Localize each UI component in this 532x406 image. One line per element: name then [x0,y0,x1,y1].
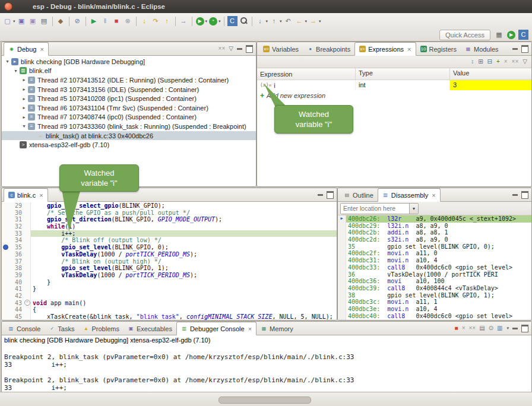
code-text[interactable]: vTaskDelay(1000 / portTICK_PERIOD_MS); [31,272,337,279]
tree-expand-icon[interactable]: ▸ [21,105,27,110]
debug-tree-item[interactable]: →blink_task() at blink.c:33 0x400dbc26 [2,131,256,141]
code-text[interactable]: gpio_set_level(BLINK_GPIO, 0); [31,244,337,251]
fold-column[interactable] [24,293,31,300]
step-into-icon[interactable]: ↓ [139,16,150,26]
tree-expand-icon[interactable]: ▾ [4,59,11,64]
disassembly-row[interactable]: 400dbc2f: movi.n a11, 0 [338,250,531,257]
code-text[interactable]: /* Blink off (output low) */ [31,237,337,244]
disconnect-icon[interactable]: ⊗ [122,16,134,26]
editor-annotation-ruler[interactable] [2,251,10,258]
debug-tree-item[interactable]: ▾▥blink.elf [2,66,256,76]
code-text[interactable]: gpio_set_direction(BLINK_GPIO, GPIO_MODE… [31,216,337,223]
tab-problems[interactable]: ▲Problems [78,322,123,335]
code-editor[interactable]: 29 gpio_pad_select_gpio(BLINK_GPIO);30 /… [2,202,337,320]
editor-annotation-ruler[interactable] [2,202,10,210]
editor-annotation-ruler[interactable] [2,313,10,320]
collapse-all-icon[interactable]: ⊟ [487,59,492,65]
editor-annotation-ruler[interactable] [2,279,10,286]
debug-icon-dropdown[interactable]: ▾ [218,19,221,24]
expression-row[interactable]: (x)=i int 3 [257,80,531,90]
code-text[interactable]: /* Set the GPIO as a push/pull output */ [31,210,337,217]
close-tab-icon[interactable]: × [407,46,411,53]
build-icon[interactable]: ◆ [55,16,66,26]
tree-expand-icon[interactable]: ▸ [21,96,27,102]
print-icon[interactable]: ▤ [39,16,50,26]
disassembly-row[interactable]: 400dbc33: call8 0x400dc6c0 <gpio_set_lev… [338,264,531,271]
editor-annotation-ruler[interactable] [2,230,10,237]
tab-blink-c[interactable]: cblink.c× [4,188,48,202]
horizontal-scrollbar-thumb[interactable] [218,397,311,404]
editor-annotation-ruler[interactable] [2,293,10,300]
editor-annotation-ruler[interactable] [2,286,10,293]
tab-registers[interactable]: 10Registers [416,43,461,55]
tab-console[interactable]: ▥Console [4,322,45,335]
fold-column[interactable] [24,306,31,313]
resume-icon[interactable]: ▶ [88,16,100,26]
clear-console-icon[interactable]: ▤ [479,325,484,331]
debug-tree-item[interactable]: ▸≡Thread #5 1073410208 (ipc1) (Suspended… [2,94,256,103]
add-expression-row[interactable]: +Add new expression [257,90,531,100]
editor-annotation-ruler[interactable] [2,272,10,279]
code-text[interactable]: while(1) [31,223,337,230]
editor-annotation-ruler[interactable] [2,237,10,244]
previous-annotation-icon-dropdown[interactable]: ▾ [280,19,282,24]
debug-perspective-icon[interactable]: ▶ [507,31,515,39]
back-icon[interactable]: ←▾ [294,16,308,26]
minimize-icon[interactable] [512,48,518,50]
window-close-button[interactable] [4,2,12,11]
pin-console-icon[interactable]: ⊙ [489,325,493,331]
editor-annotation-ruler[interactable] [2,223,10,230]
close-tab-icon[interactable]: × [432,192,435,199]
code-text[interactable]: i++; [31,230,337,237]
maximize-icon[interactable] [521,191,528,199]
code-text[interactable]: } [31,286,337,293]
code-text[interactable]: gpio_set_level(BLINK_GPIO, 1); [31,265,337,272]
tree-expand-icon[interactable]: ▸ [21,115,27,120]
tree-expand-icon[interactable]: ▾ [12,68,19,74]
debug-tree-item[interactable]: >xtensa-esp32-elf-gdb (7.10) [2,140,256,150]
minimize-icon[interactable] [512,194,518,196]
tab-expressions[interactable]: x=Expressions× [354,42,416,56]
disassembly-row[interactable]: 400dbc2b: addi.n a8, a8, 1 [338,229,531,236]
maximize-icon[interactable] [521,325,528,332]
fold-column[interactable] [24,272,31,279]
location-input[interactable] [341,204,409,214]
open-console-icon[interactable]: ▥ [497,325,502,331]
tab-debug[interactable]: ◉Debug× [4,42,49,56]
fold-column[interactable] [24,230,31,237]
debug-tree-item[interactable]: ▸≡Thread #2 1073413512 (IDLE : Running) … [2,75,256,85]
code-text[interactable]: { [31,306,337,313]
remove-expression-icon[interactable]: × [504,59,508,65]
forward-icon[interactable]: →▾ [308,16,322,26]
terminate-console-icon[interactable]: ■ [455,325,458,331]
disassembly-row[interactable]: ▶400dbc26: l32r a9, 0x400d045c <_stext+1… [338,215,531,223]
close-tab-icon[interactable]: × [248,325,252,332]
editor-annotation-ruler[interactable] [2,210,10,217]
disassembly-row[interactable]: 400dbc2d: s32i.n a8, a9, 0 [338,236,531,243]
tab-tasks[interactable]: ✓Tasks [45,322,78,335]
save-all-icon[interactable]: ▣ [27,16,39,26]
remove-all-terminated-icon[interactable]: ×× [218,46,226,52]
debug-tree-item[interactable]: ▸≡Thread #6 1073431104 (Tmr Svc) (Suspen… [2,103,256,113]
suspend-icon[interactable]: ‖ [100,16,111,26]
minimize-icon[interactable] [237,48,242,50]
close-tab-icon[interactable]: × [40,46,43,53]
disassembly-row[interactable]: 38 gpio_set_level(BLINK_GPIO, 1); [338,292,531,299]
back-icon-dropdown[interactable]: ▾ [305,19,308,24]
editor-annotation-ruler[interactable] [2,306,10,313]
tab-variables[interactable]: x=Variables [259,43,303,55]
column-expression[interactable]: Expression [257,68,356,80]
maximize-icon[interactable] [327,191,334,199]
disassembly-row[interactable]: 400dbc3e: movi.n a10, 4 [338,306,531,313]
add-expression-icon[interactable]: + [496,59,500,65]
editor-annotation-ruler[interactable] [2,300,10,307]
previous-annotation-icon[interactable]: ↑▾ [268,16,283,26]
disassembly-row[interactable]: 400dbc3c: movi.n a11, 1 [338,299,531,306]
code-text[interactable]: xTaskCreate(&blink_task, "blink_task", c… [31,313,337,320]
disassembly-row[interactable]: 400dbc29: l32i.n a8, a9, 0 [338,223,531,230]
last-edit-location-icon[interactable]: ↶ [283,16,294,26]
open-console-icon-dropdown[interactable]: ▾ [506,326,509,331]
tab-modules[interactable]: ▦Modules [461,43,503,55]
debug-tree-item[interactable]: ▾▸blink checking [GDB Hardware Debugging… [2,57,256,66]
debug-tree-item[interactable]: ▸≡Thread #7 1073408744 (ipc0) (Suspended… [2,113,256,122]
